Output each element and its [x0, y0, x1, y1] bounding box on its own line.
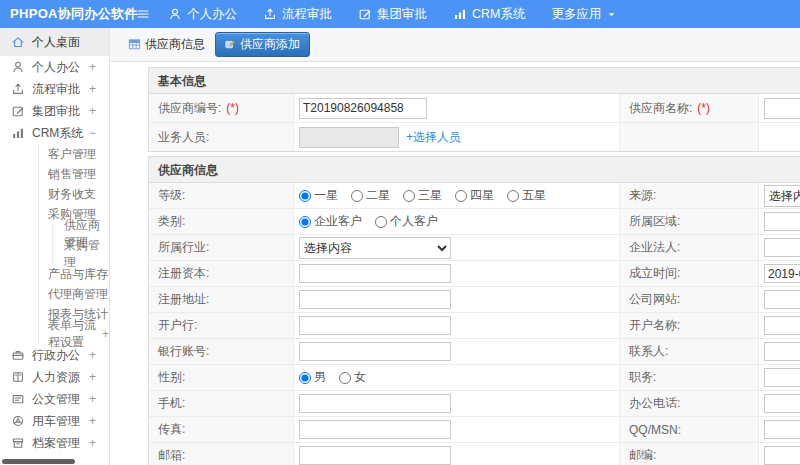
field-label: 联系人: [629, 343, 668, 360]
collapse-minus-icon[interactable]: − [89, 126, 96, 140]
required-marker: (*) [226, 101, 239, 115]
expand-plus-icon[interactable]: + [76, 187, 83, 201]
radio-option[interactable]: 女 [339, 369, 366, 386]
topnav-item-2[interactable]: 集团审批 [358, 6, 427, 23]
radio-input[interactable] [507, 190, 519, 202]
expand-plus-icon[interactable]: + [76, 147, 83, 161]
sidebar-item-14[interactable]: 表单与流程设置+ [0, 324, 109, 344]
sidebar-item-19[interactable]: 档案管理+ [0, 432, 109, 454]
field-input-s1-r4-c2[interactable] [764, 290, 800, 309]
field-input-s1-r1-c2[interactable] [764, 212, 800, 231]
expand-plus-icon[interactable]: + [89, 436, 96, 450]
field-select-s1-r0-c2[interactable]: 选择内容 [764, 185, 800, 207]
sidebar-item-6[interactable]: 销售管理+ [0, 164, 109, 184]
sidebar-item-10[interactable]: 采购管理 [0, 244, 109, 264]
field-input-s1-r2-c2[interactable] [764, 238, 800, 257]
expand-plus-icon[interactable]: + [76, 167, 83, 181]
field-input-s1-r3-c2[interactable] [764, 264, 800, 283]
tab-supplier-info[interactable]: 供应商信息 [128, 36, 205, 53]
radio-input[interactable] [339, 372, 351, 384]
expand-plus-icon[interactable]: + [89, 348, 96, 362]
field-label: 供应商名称: [629, 100, 692, 117]
radio-input[interactable] [299, 190, 311, 202]
sidebar-item-1[interactable]: 个人办公+ [0, 56, 109, 78]
field-input-s1-r10-c2[interactable] [764, 446, 800, 465]
field-label-cell: 办公电话: [620, 391, 759, 416]
radio-input[interactable] [375, 216, 387, 228]
expand-plus-icon[interactable]: + [89, 370, 96, 384]
field-input-s1-r5-c1[interactable] [299, 316, 451, 335]
topnav-item-0[interactable]: 个人办公 [168, 6, 237, 23]
menu-toggle-button[interactable] [136, 7, 150, 21]
expand-plus-icon[interactable]: + [76, 287, 83, 301]
radio-option[interactable]: 个人客户 [375, 213, 438, 230]
field-input-s1-r9-c1[interactable] [299, 420, 451, 439]
radio-input[interactable] [351, 190, 363, 202]
topnav-item-1[interactable]: 流程审批 [263, 6, 332, 23]
topnav-item-3[interactable]: CRM系统 [453, 6, 525, 23]
sidebar-item-7[interactable]: 财务收支+ [0, 184, 109, 204]
sidebar-item-17[interactable]: 公文管理+ [0, 388, 109, 410]
field-input-s1-r10-c1[interactable] [299, 446, 451, 465]
field-input-s0-r1-c1[interactable] [299, 127, 399, 148]
expand-plus-icon[interactable]: + [102, 327, 109, 341]
sidebar-item-4[interactable]: CRM系统− [0, 122, 109, 144]
topnav-item-label: 更多应用 [551, 6, 601, 23]
field-label: 银行账号: [158, 343, 209, 360]
field-input-s1-r3-c1[interactable] [299, 264, 451, 283]
radio-input[interactable] [299, 216, 311, 228]
field-label-cell: 联系人: [620, 339, 759, 364]
expand-plus-icon[interactable]: + [89, 392, 96, 406]
topnav-item-label: 个人办公 [187, 6, 237, 23]
sidebar-item-2[interactable]: 流程审批+ [0, 78, 109, 100]
radio-option[interactable]: 四星 [455, 187, 494, 204]
field-input-s0-r0-c2[interactable] [764, 98, 800, 119]
field-select-s1-r2-c1[interactable]: 选择内容 [299, 237, 451, 259]
sidebar-item-15[interactable]: 行政办公+ [0, 344, 109, 366]
field-input-s1-r6-c1[interactable] [299, 342, 451, 361]
radio-option[interactable]: 三星 [403, 187, 442, 204]
radio-input[interactable] [455, 190, 467, 202]
radio-input[interactable] [403, 190, 415, 202]
sidebar-item-12[interactable]: 代理商管理+ [0, 284, 109, 304]
field-input-s1-r8-c1[interactable] [299, 394, 451, 413]
sidebar-item-11[interactable]: 产品与库存+ [0, 264, 109, 284]
field-input-s1-r6-c2[interactable] [764, 342, 800, 361]
expand-plus-icon[interactable]: + [89, 414, 96, 428]
form-section-0: 基本信息供应商编号:(*)供应商名称:(*)业务人员:+选择人员 [148, 67, 800, 152]
sidebar-item-3[interactable]: 集团审批+ [0, 100, 109, 122]
expand-plus-icon[interactable]: + [76, 267, 83, 281]
radio-option[interactable]: 男 [299, 369, 326, 386]
horizontal-scrollbar-thumb[interactable] [2, 459, 75, 464]
tab-supplier-add[interactable]: 供应商添加 [215, 32, 310, 57]
expand-plus-icon[interactable]: + [89, 104, 96, 118]
field-label: QQ/MSN: [629, 423, 681, 437]
field-input-s1-r5-c2[interactable] [764, 316, 800, 335]
form-row: 类别:企业客户个人客户所属区域: [149, 208, 800, 234]
select-personnel-link[interactable]: +选择人员 [406, 129, 461, 146]
expand-plus-icon[interactable]: + [89, 82, 96, 96]
form-row: 银行账号:联系人: [149, 338, 800, 364]
sidebar-item-16[interactable]: 人力资源+ [0, 366, 109, 388]
field-label-cell: 职务: [620, 365, 759, 390]
form-row: 供应商编号:(*)供应商名称:(*) [149, 94, 800, 122]
field-input-s1-r9-c2[interactable] [764, 420, 800, 439]
expand-plus-icon[interactable]: + [89, 60, 96, 74]
radio-option[interactable]: 二星 [351, 187, 390, 204]
field-value-cell [759, 339, 800, 364]
field-input-s0-r0-c1[interactable] [299, 98, 427, 119]
radio-option[interactable]: 企业客户 [299, 213, 362, 230]
field-label: 开户行: [158, 317, 197, 334]
field-input-s1-r8-c2[interactable] [764, 394, 800, 413]
field-value-cell [759, 123, 800, 151]
sidebar-item-5[interactable]: 客户管理+ [0, 144, 109, 164]
section-title: 基本信息 [149, 68, 800, 94]
sidebar-item-18[interactable]: 用车管理+ [0, 410, 109, 432]
radio-option[interactable]: 五星 [507, 187, 546, 204]
field-input-s1-r4-c1[interactable] [299, 290, 451, 309]
topnav-item-4[interactable]: 更多应用 [551, 6, 617, 23]
radio-option[interactable]: 一星 [299, 187, 338, 204]
sidebar-item-0[interactable]: 个人桌面 [0, 28, 109, 56]
radio-input[interactable] [299, 372, 311, 384]
field-input-s1-r7-c2[interactable] [764, 368, 800, 387]
